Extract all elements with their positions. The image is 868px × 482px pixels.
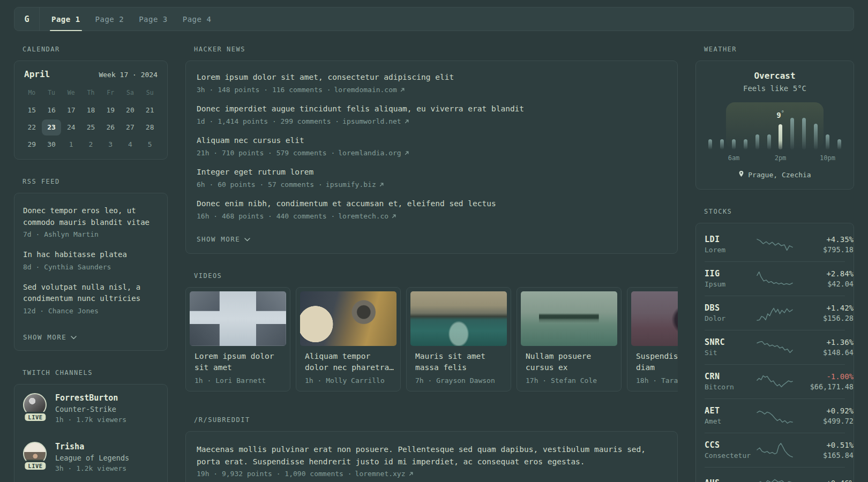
twitch-channel-meta: 3h · 1.2k viewers bbox=[55, 464, 129, 472]
hackernews-item-domain[interactable]: loremtech.co bbox=[338, 211, 388, 221]
video-info: Mauris sit amet massa felis 7h · Grayson… bbox=[410, 346, 507, 387]
hackernews-section-label: HACKER NEWS bbox=[194, 46, 678, 53]
hackernews-item: Aliquam nec cursus elit 21h · 710 points… bbox=[197, 135, 667, 158]
weather-bar bbox=[720, 139, 724, 149]
hackernews-item-meta: 21h · 710 points · 579 comments · loreml… bbox=[197, 148, 667, 158]
twitch-channel-game[interactable]: Counter-Strike bbox=[55, 405, 126, 413]
rss-section-label: RSS FEED bbox=[23, 178, 168, 185]
stock-change: +0.51% bbox=[795, 441, 854, 449]
calendar-section-label: CALENDAR bbox=[23, 46, 168, 53]
calendar-weekday-label: Sa bbox=[121, 85, 140, 101]
twitch-channel-name[interactable]: ForrestBurton bbox=[55, 393, 126, 403]
hackernews-item-title[interactable]: Lorem ipsum dolor sit amet, consectetur … bbox=[197, 72, 667, 83]
video-title[interactable]: Lorem ipsum dolor sit amet consectetu… bbox=[194, 351, 283, 373]
rss-item-meta: 12d · Chance Jones bbox=[23, 306, 159, 317]
video-title[interactable]: Mauris sit amet massa felis bbox=[415, 351, 504, 373]
video-card: Suspendisse diam 18h · Tara bbox=[627, 287, 678, 391]
video-title[interactable]: Aliquam tempor dolor nec pharetra… bbox=[305, 351, 394, 373]
hackernews-item-title[interactable]: Donec enim nibh, condimentum et accumsan… bbox=[197, 198, 667, 209]
stock-change: +0.92% bbox=[795, 406, 854, 415]
stock-price: $42.04 bbox=[795, 280, 854, 288]
twitch-channel-info: Trisha League of Legends 3h · 1.2k viewe… bbox=[55, 442, 129, 472]
nav-pages: Page 1 Page 2 Page 3 Page 4 bbox=[40, 7, 219, 31]
rss-item-title[interactable]: Sed volutpat nulla nisl, a condimentum n… bbox=[23, 282, 159, 305]
stock-price: $499.72 bbox=[795, 417, 854, 425]
hackernews-item-title[interactable]: Aliquam nec cursus elit bbox=[197, 135, 667, 146]
hackernews-item-stats: 3h · 148 points · 116 comments · bbox=[197, 85, 331, 95]
weather-hourly-chart: 9° bbox=[708, 101, 841, 149]
rss-item-meta: 8d · Cynthia Saunders bbox=[23, 262, 159, 273]
stock-row[interactable]: DBSDolor+1.42%$156.28 bbox=[705, 296, 845, 330]
stock-row[interactable]: LDILorem+4.35%$795.18 bbox=[705, 228, 845, 261]
twitch-channel-name[interactable]: Trisha bbox=[55, 442, 129, 451]
hackernews-item-stats: 16h · 468 points · 440 comments · bbox=[197, 211, 335, 221]
rss-item: Donec tempor eros leo, ut commodo mauris… bbox=[23, 205, 159, 240]
weather-bar bbox=[744, 139, 747, 149]
location-pin-icon bbox=[738, 170, 744, 179]
nav-page-1[interactable]: Page 1 bbox=[44, 7, 88, 31]
stock-name: Dolor bbox=[705, 314, 755, 322]
nav-page-4[interactable]: Page 4 bbox=[175, 7, 219, 31]
hackernews-section: HACKER NEWS Lorem ipsum dolor sit amet, … bbox=[185, 46, 678, 254]
hackernews-item-meta: 1d · 1,414 points · 299 comments · ipsum… bbox=[197, 116, 667, 126]
nav-page-2[interactable]: Page 2 bbox=[88, 7, 132, 31]
video-thumbnail[interactable] bbox=[410, 291, 507, 346]
calendar-grid: MoTuWeThFrSaSu15161718192021222324252627… bbox=[22, 85, 160, 153]
video-title[interactable]: Nullam posuere cursus ex bbox=[526, 351, 615, 373]
weather-bar bbox=[767, 134, 771, 149]
subreddit-post-domain[interactable]: loremnet.xyz bbox=[355, 470, 406, 478]
rss-item-title[interactable]: In hac habitasse platea bbox=[23, 249, 159, 261]
stock-row[interactable]: CCSConsectetur+0.51%$165.84 bbox=[705, 433, 845, 467]
twitch-avatar[interactable]: LIVE bbox=[23, 442, 48, 465]
external-link-icon bbox=[404, 119, 409, 124]
stock-name: Amet bbox=[705, 417, 755, 425]
weather-location-label: Prague, Czechia bbox=[748, 171, 811, 179]
weather-card: Overcast Feels like 5°C 9° 6am2pm10pm Pr… bbox=[695, 61, 854, 190]
calendar-day: 3 bbox=[101, 137, 121, 153]
video-thumbnail[interactable] bbox=[521, 291, 617, 346]
hackernews-item-domain[interactable]: loremdomain.com bbox=[334, 85, 396, 95]
hackernews-item-domain[interactable]: loremlandia.org bbox=[338, 148, 401, 158]
rss-show-more-button[interactable]: SHOW MORE bbox=[23, 333, 77, 341]
weather-daylight-region bbox=[726, 102, 824, 149]
stock-row[interactable]: SNRCSit+1.36%$148.64 bbox=[705, 330, 845, 364]
external-link-icon bbox=[391, 214, 396, 219]
hackernews-item-title[interactable]: Donec imperdiet augue tincidunt felis al… bbox=[197, 103, 667, 115]
twitch-channel-game[interactable]: League of Legends bbox=[55, 454, 129, 462]
stocks-section: STOCKS LDILorem+4.35%$795.18IIGIpsum+2.8… bbox=[695, 208, 854, 482]
video-thumbnail[interactable] bbox=[190, 291, 286, 346]
weather-bar bbox=[802, 118, 806, 149]
hackernews-item-domain[interactable]: ipsumify.biz bbox=[326, 179, 376, 190]
calendar-day: 5 bbox=[140, 137, 160, 153]
stock-row[interactable]: IIGIpsum+2.84%$42.04 bbox=[705, 261, 845, 296]
hackernews-show-more-button[interactable]: SHOW MORE bbox=[197, 235, 250, 243]
calendar-weekday-label: Fr bbox=[101, 85, 121, 101]
video-card: Aliquam tempor dolor nec pharetra… 1h · … bbox=[296, 287, 401, 391]
rss-item-title[interactable]: Donec tempor eros leo, ut commodo mauris… bbox=[23, 205, 159, 228]
hackernews-item-title[interactable]: Integer eget rutrum lorem bbox=[197, 167, 667, 178]
stock-name: Sit bbox=[705, 349, 755, 357]
calendar-day-selected: 23 bbox=[42, 119, 62, 135]
weather-time-axis: 6am2pm10pm bbox=[708, 154, 841, 162]
hackernews-item-domain[interactable]: ipsumworld.net bbox=[342, 116, 401, 126]
hackernews-item: Lorem ipsum dolor sit amet, consectetur … bbox=[197, 72, 667, 95]
subreddit-post-meta: 19h · 9,932 points · 1,090 comments · lo… bbox=[197, 470, 667, 478]
video-thumbnail[interactable] bbox=[631, 291, 678, 346]
nav-page-3[interactable]: Page 3 bbox=[131, 7, 175, 31]
stock-row[interactable]: AETAmet+0.92%$499.72 bbox=[705, 398, 845, 433]
twitch-avatar[interactable]: LIVE bbox=[23, 393, 48, 417]
calendar-month: April bbox=[24, 69, 50, 79]
subreddit-post-title[interactable]: Maecenas mollis pulvinar erat non posuer… bbox=[197, 443, 667, 468]
weather-location: Prague, Czechia bbox=[738, 170, 811, 179]
weather-section: WEATHER Overcast Feels like 5°C 9° 6am2p… bbox=[695, 46, 854, 190]
calendar-day: 18 bbox=[81, 102, 101, 118]
subreddit-section-label: /R/SUBREDDIT bbox=[194, 416, 678, 424]
video-thumbnail[interactable] bbox=[300, 291, 396, 346]
video-info: Lorem ipsum dolor sit amet consectetu… 1… bbox=[190, 346, 286, 387]
app-logo[interactable]: G bbox=[14, 7, 40, 31]
video-meta: 17h · Stefan Cole bbox=[526, 376, 615, 385]
stock-name: Consectetur bbox=[705, 451, 755, 460]
stock-row[interactable]: AHS+0.46% bbox=[705, 467, 845, 482]
stock-row[interactable]: CRNBitcorn-1.00%$66,171.48 bbox=[705, 364, 845, 398]
video-title[interactable]: Suspendisse diam bbox=[636, 351, 678, 373]
